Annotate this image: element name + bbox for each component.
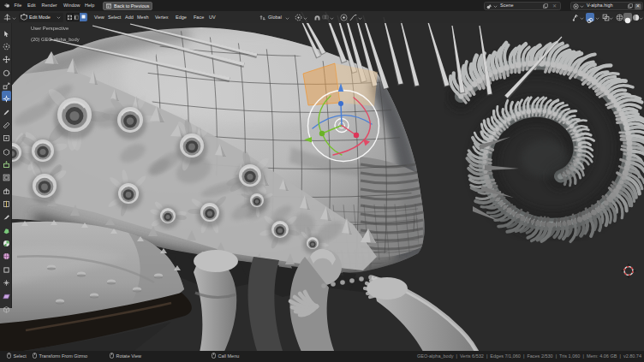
- svg-text:(20) GEO-alpha_body: (20) GEO-alpha_body: [31, 37, 80, 42]
- svg-text:User Perspective: User Perspective: [31, 26, 69, 31]
